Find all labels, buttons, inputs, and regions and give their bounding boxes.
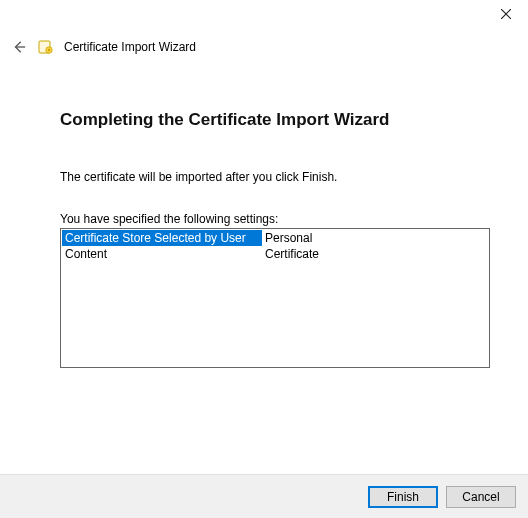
instruction-text: The certificate will be imported after y…: [60, 170, 488, 184]
settings-label: You have specified the following setting…: [60, 212, 488, 226]
back-arrow-icon: [12, 40, 26, 54]
list-item[interactable]: Content Certificate: [62, 246, 488, 262]
setting-value: Certificate: [262, 246, 488, 262]
page-heading: Completing the Certificate Import Wizard: [60, 110, 488, 130]
wizard-footer: Finish Cancel: [0, 474, 528, 518]
certificate-icon: [38, 39, 54, 55]
list-item[interactable]: Certificate Store Selected by User Perso…: [62, 230, 488, 246]
wizard-header: Certificate Import Wizard: [0, 28, 528, 62]
svg-point-5: [48, 49, 50, 51]
settings-listbox[interactable]: Certificate Store Selected by User Perso…: [60, 228, 490, 368]
cancel-button[interactable]: Cancel: [446, 486, 516, 508]
close-icon: [501, 9, 511, 19]
setting-key: Content: [62, 246, 262, 262]
back-button[interactable]: [10, 38, 28, 56]
title-bar: [0, 0, 528, 28]
wizard-title: Certificate Import Wizard: [64, 40, 196, 54]
setting-value: Personal: [262, 230, 488, 246]
close-button[interactable]: [494, 4, 518, 24]
wizard-content: Completing the Certificate Import Wizard…: [0, 62, 528, 368]
finish-button[interactable]: Finish: [368, 486, 438, 508]
setting-key: Certificate Store Selected by User: [62, 230, 262, 246]
